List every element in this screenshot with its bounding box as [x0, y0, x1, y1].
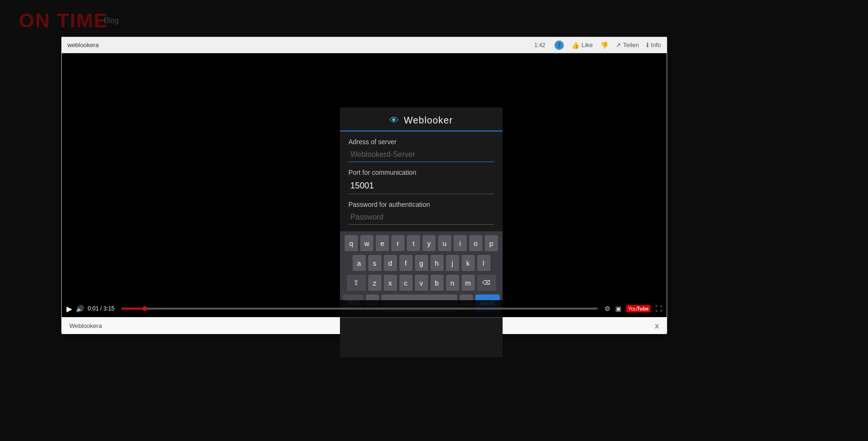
key-u[interactable]: u — [438, 235, 451, 252]
key-d[interactable]: d — [384, 255, 397, 272]
keyboard-row-2: a s d f g h j k l — [343, 255, 500, 272]
key-z[interactable]: z — [368, 275, 381, 292]
key-m[interactable]: m — [462, 275, 475, 292]
key-c[interactable]: c — [399, 275, 413, 292]
video-left-bg — [62, 53, 340, 317]
share-button[interactable]: ↗ Teilen — [616, 41, 639, 49]
app-header: 👁 Weblooker — [340, 107, 503, 131]
share-label: Teilen — [623, 41, 639, 49]
time-total: 3:15 — [103, 305, 114, 312]
video-area[interactable]: 👁 Weblooker Adress of server Port for co… — [62, 53, 667, 317]
settings-icon[interactable]: ⚙ — [604, 305, 611, 312]
video-right-bg — [497, 53, 667, 317]
server-label: Adress of server — [348, 138, 494, 146]
info-label: Info — [651, 41, 661, 49]
info-button[interactable]: ℹ Info — [646, 41, 661, 49]
progress-dot — [142, 306, 147, 311]
key-a[interactable]: a — [353, 255, 366, 272]
like-button[interactable]: 👍 Like — [571, 41, 593, 49]
controls-right: ⚙ ▣ YouTube ⛶ — [604, 305, 662, 312]
progress-fill — [121, 308, 145, 310]
key-l[interactable]: l — [477, 255, 490, 272]
play-button[interactable]: ▶ — [66, 304, 72, 313]
key-t[interactable]: t — [407, 235, 420, 252]
key-s[interactable]: s — [368, 255, 381, 272]
timer-display: 1:42 — [534, 42, 545, 49]
thumbs-up-icon: 👍 — [571, 41, 579, 49]
thumbs-down-icon: 👎 — [600, 41, 608, 49]
bottom-title: Weblookera — [69, 322, 102, 329]
server-input[interactable] — [348, 147, 494, 162]
keyboard-row-3: ⇧ z x c v b n m ⌫ — [343, 275, 500, 292]
fullscreen-icon[interactable]: ⛶ — [655, 305, 662, 312]
key-w[interactable]: w — [360, 235, 373, 252]
youtube-logo: YouTube — [626, 305, 651, 312]
password-input[interactable] — [348, 210, 494, 225]
backspace-key[interactable]: ⌫ — [477, 275, 496, 292]
browser-actions: 1:42 👤 👍 Like 👎 ↗ Teilen ℹ Info — [534, 41, 661, 50]
browser-titlebar: weblookera 1:42 👤 👍 Like 👎 ↗ Teilen ℹ In… — [62, 37, 667, 53]
key-n[interactable]: n — [446, 275, 459, 292]
keyboard-row-1: q w e r t y u i o p — [343, 235, 500, 252]
key-q[interactable]: q — [345, 235, 358, 252]
port-label: Port for communication — [348, 169, 494, 176]
key-v[interactable]: v — [415, 275, 428, 292]
browser-title: weblookera — [67, 41, 99, 49]
time-display: 0:01 / 3:15 — [88, 305, 115, 312]
dislike-button[interactable]: 👎 — [600, 41, 608, 49]
browser-window: weblookera 1:42 👤 👍 Like 👎 ↗ Teilen ℹ In… — [61, 37, 667, 334]
like-label: Like — [581, 41, 593, 49]
key-y[interactable]: y — [422, 235, 436, 252]
key-e[interactable]: e — [376, 235, 389, 252]
key-x[interactable]: x — [384, 275, 397, 292]
key-o[interactable]: o — [469, 235, 482, 252]
key-h[interactable]: h — [430, 255, 444, 272]
video-controls: ▶ 🔊 0:01 / 3:15 ⚙ ▣ YouTube ⛶ — [62, 300, 667, 317]
key-i[interactable]: i — [454, 235, 467, 252]
app-overlay: 👁 Weblooker Adress of server Port for co… — [340, 107, 503, 357]
time-current: 0:01 — [88, 305, 99, 312]
shift-key[interactable]: ⇧ — [347, 275, 366, 292]
password-label: Password for authentication — [348, 201, 494, 208]
avatar-icon: 👤 — [554, 41, 564, 50]
info-icon: ℹ — [646, 41, 649, 49]
key-b[interactable]: b — [430, 275, 444, 292]
share-icon: ↗ — [616, 41, 621, 49]
port-input[interactable] — [348, 178, 494, 194]
app-form: Adress of server Port for communication … — [340, 131, 503, 225]
key-k[interactable]: k — [462, 255, 475, 272]
key-r[interactable]: r — [391, 235, 405, 252]
progress-bar[interactable] — [121, 308, 598, 310]
key-j[interactable]: j — [446, 255, 459, 272]
app-title: Weblooker — [404, 115, 453, 126]
key-p[interactable]: p — [485, 235, 498, 252]
volume-icon[interactable]: 🔊 — [76, 305, 84, 312]
key-f[interactable]: f — [399, 255, 413, 272]
captions-icon[interactable]: ▣ — [615, 305, 621, 312]
key-g[interactable]: g — [415, 255, 428, 272]
app-logo-icon: 👁 — [389, 115, 399, 126]
close-button[interactable]: x — [655, 322, 659, 330]
